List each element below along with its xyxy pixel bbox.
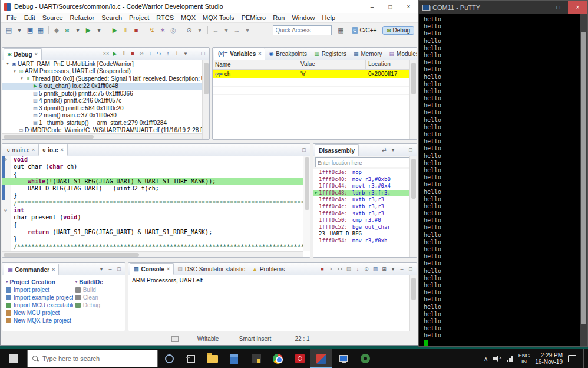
tab-variables[interactable]: (x)=Variables× bbox=[214, 48, 265, 60]
taskbar-app-calculator[interactable] bbox=[223, 349, 245, 368]
putty-maximize-button[interactable]: □ bbox=[549, 1, 568, 14]
tab-problems[interactable]: ▲Problems bbox=[249, 263, 288, 275]
variable-row[interactable]: (x)=ch'\r'0x2000ff17 bbox=[213, 70, 417, 78]
terminate-icon[interactable]: ■ bbox=[128, 50, 137, 58]
instruction-stepping-icon[interactable]: i bbox=[173, 50, 181, 58]
close-tab-icon[interactable]: × bbox=[35, 51, 38, 57]
menu-refactor[interactable]: Refactor bbox=[67, 14, 98, 21]
commander-item-new-mqx-lite-project[interactable]: New MQX-Lite project bbox=[6, 317, 73, 324]
disconnect-icon[interactable]: ⊘ bbox=[137, 50, 146, 58]
disassembly-row[interactable]: 1fff0c52:bge out_char bbox=[313, 224, 417, 231]
taskbar-app-utility[interactable] bbox=[245, 349, 267, 368]
view-menu-icon[interactable]: ▾ bbox=[97, 265, 105, 273]
code-line[interactable]: } bbox=[2, 192, 310, 199]
menu-mqx-tools[interactable]: MQX Tools bbox=[199, 14, 238, 21]
editor-body[interactable]: ⊖voidout_char (char ch){ while(!(UART_S1… bbox=[2, 156, 310, 257]
debug-dropdown-icon[interactable]: ▾ bbox=[73, 25, 82, 35]
disassembly-row[interactable]: 1fff0c4c:uxtb r3,r3 bbox=[313, 203, 417, 211]
menu-search[interactable]: Search bbox=[98, 14, 125, 21]
code-line[interactable]: } bbox=[2, 236, 310, 243]
wand-icon[interactable]: ∗ bbox=[158, 25, 167, 35]
suspend-icon[interactable]: ‖ bbox=[120, 50, 128, 58]
debug-tree-row[interactable]: ▾▣UART_RAM_PnE U-MultiLink [CodeWarrior] bbox=[2, 60, 209, 68]
menu-pemicro[interactable]: PEMicro bbox=[238, 14, 270, 21]
code-line[interactable]: out_char (char ch) bbox=[2, 163, 310, 170]
variables-vscrollbar[interactable] bbox=[409, 60, 417, 139]
disassembly-row[interactable]: 1fff0c54:mov r3,#0xb bbox=[313, 238, 417, 245]
show-desktop-button[interactable] bbox=[583, 349, 586, 368]
debug-vscrollbar[interactable] bbox=[202, 60, 209, 139]
debug-tree-row[interactable]: ▤4 printk() printf.c:246 0x1fff057c bbox=[2, 97, 209, 105]
menu-rtcs[interactable]: RTCS bbox=[153, 14, 177, 21]
maximize-view-icon[interactable]: □ bbox=[407, 265, 415, 273]
taskbar-app-file-explorer[interactable] bbox=[201, 349, 223, 368]
terminate-icon[interactable]: ■ bbox=[131, 25, 141, 35]
putty-terminal[interactable]: hellohellohellohellohellohellohellohello… bbox=[419, 14, 580, 346]
code-line[interactable]: return (UART_S1_REG(JTAG_UART) & UART_S1… bbox=[2, 229, 310, 236]
menu-run[interactable]: Run bbox=[269, 14, 288, 21]
scroll-lock-icon[interactable]: ↓ bbox=[354, 265, 362, 273]
language-indicator[interactable]: ENG IN bbox=[518, 353, 530, 364]
new-dropdown-icon[interactable]: ▾ bbox=[15, 25, 24, 35]
menu-project[interactable]: Project bbox=[125, 14, 153, 21]
forward-dropdown-icon[interactable]: ▾ bbox=[243, 25, 252, 35]
maximize-view-icon[interactable]: □ bbox=[115, 265, 123, 273]
fold-marker-icon[interactable]: ⊖ bbox=[4, 207, 7, 214]
open-console-icon[interactable]: ⊞ bbox=[380, 265, 388, 273]
menu-source[interactable]: Source bbox=[39, 14, 67, 21]
action-center-icon[interactable] bbox=[568, 355, 576, 362]
commander-item-build[interactable]: Build bbox=[75, 286, 124, 294]
run-dropdown-icon[interactable]: ▾ bbox=[94, 25, 104, 35]
commander-item-import-project[interactable]: Import project bbox=[6, 286, 73, 294]
tree-expander-icon[interactable]: ▾ bbox=[19, 76, 25, 81]
disassembly-vscrollbar[interactable] bbox=[409, 156, 417, 257]
column-header-value[interactable]: Value bbox=[298, 60, 366, 69]
remove-launch-icon[interactable]: × bbox=[327, 265, 335, 273]
resume-icon[interactable]: ▶ bbox=[110, 25, 120, 35]
code-line[interactable]: char_present (void) bbox=[2, 214, 310, 221]
close-tab-icon[interactable]: × bbox=[167, 266, 170, 272]
disassembly-row[interactable]: 1fff0c4a:uxtb r3,r3 bbox=[313, 196, 417, 203]
minimize-view-icon[interactable]: – bbox=[291, 146, 299, 154]
disassembly-row[interactable]: ▶1fff0c48:ldrb r3,[r3, bbox=[313, 190, 417, 197]
debug-tree-row[interactable]: ▾◎ARM Processors, UART.elf (Suspended) bbox=[2, 68, 209, 75]
remove-all-launches-icon[interactable]: ×× bbox=[336, 265, 344, 273]
putty-minimize-button[interactable]: – bbox=[529, 1, 549, 14]
close-tab-icon[interactable]: × bbox=[258, 51, 261, 57]
resume-icon[interactable]: ▶ bbox=[111, 50, 119, 58]
disassembly-row[interactable]: 1fff0c4e:sxtb r3,r3 bbox=[313, 211, 417, 218]
tab-modules[interactable]: ▤Modules bbox=[386, 48, 417, 60]
link-with-editor-icon[interactable]: ⇄ bbox=[380, 146, 388, 154]
code-line[interactable]: /***************************************… bbox=[2, 244, 310, 251]
commander-section-title[interactable]: ▾Project Creation bbox=[6, 278, 73, 286]
tab-main-c[interactable]: cmain.c× bbox=[4, 144, 38, 156]
taskbar-search-input[interactable]: Type here to search bbox=[27, 350, 158, 367]
tab-breakpoints[interactable]: ◉Breakpoints bbox=[265, 48, 310, 60]
commander-item-debug[interactable]: Debug bbox=[75, 301, 124, 309]
run-icon[interactable]: ▶ bbox=[84, 25, 93, 35]
commander-item-import-mcu-executable-file[interactable]: Import MCU executable file bbox=[6, 301, 73, 309]
disassembly-row[interactable]: 23UART_D_REG bbox=[313, 231, 417, 238]
debug-bug-icon[interactable]: ж bbox=[62, 25, 72, 35]
code-line[interactable]: { bbox=[2, 222, 310, 229]
disassembly-row[interactable]: 1fff0c50:cmp r3,#0 bbox=[313, 217, 417, 224]
close-tab-icon[interactable]: × bbox=[52, 267, 55, 272]
network-icon[interactable] bbox=[507, 356, 513, 362]
save-icon[interactable]: ▣ bbox=[25, 25, 35, 35]
disassembly-row[interactable]: 1fff0c3e:nop bbox=[313, 169, 417, 176]
window-close-button[interactable]: × bbox=[399, 0, 418, 13]
code-line[interactable]: UART_D_REG(JTAG_UART) = (uint32_t)ch; bbox=[2, 185, 310, 192]
commander-item-clean[interactable]: Clean bbox=[75, 294, 124, 301]
code-line[interactable]: ⊖int bbox=[2, 207, 310, 214]
maximize-view-icon[interactable]: □ bbox=[407, 146, 415, 154]
back-icon[interactable]: ← bbox=[211, 25, 220, 35]
taskbar-app-acrobat[interactable] bbox=[289, 349, 310, 368]
console-vscrollbar[interactable] bbox=[409, 275, 417, 331]
column-header-name[interactable]: Name bbox=[213, 60, 298, 69]
debug-tree-row[interactable]: ▤2 main() main.c:37 0x1fff0e30 bbox=[2, 112, 209, 120]
taskbar-app-putty[interactable] bbox=[332, 349, 354, 368]
step-return-icon[interactable]: ↑ bbox=[164, 50, 172, 58]
view-menu-icon[interactable]: ▾ bbox=[389, 146, 397, 154]
tab-disassembly[interactable]: Disassembly bbox=[315, 144, 359, 156]
debug-perspective-button[interactable]: ж Debug bbox=[382, 26, 414, 35]
